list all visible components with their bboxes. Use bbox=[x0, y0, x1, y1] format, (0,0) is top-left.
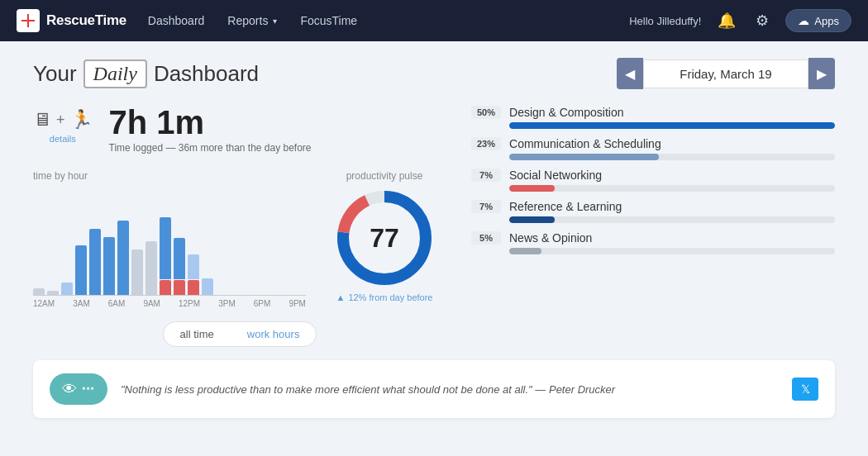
all-time-button[interactable]: all time bbox=[164, 322, 231, 346]
bar-3am bbox=[47, 291, 59, 295]
nav-dashboard[interactable]: Dashboard bbox=[146, 11, 207, 31]
bar-6pm bbox=[202, 278, 213, 295]
bar-5pm bbox=[188, 254, 199, 295]
bar-track-0 bbox=[509, 122, 835, 129]
bar-fill-0 bbox=[509, 122, 835, 129]
runner-icon: 🏃 bbox=[70, 109, 93, 131]
quote-bar: 👁 ••• "Nothing is less productive than t… bbox=[33, 360, 835, 418]
category-header-3: 7% Reference & Learning bbox=[471, 200, 835, 213]
bell-button[interactable]: 🔔 bbox=[714, 8, 739, 33]
device-area: 🖥 + 🏃 details bbox=[33, 106, 93, 144]
category-name-4: News & Opinion bbox=[509, 231, 592, 245]
x-axis: 12AM 3AM 6AM 9AM 12PM 3PM 6PM 9PM bbox=[33, 299, 306, 308]
x-12pm: 12PM bbox=[179, 299, 200, 308]
pct-badge-0: 50% bbox=[471, 106, 501, 119]
x-9pm: 9PM bbox=[289, 299, 306, 308]
plus-icon: + bbox=[56, 112, 65, 129]
donut-chart: 77 bbox=[335, 188, 434, 287]
logo-text: RescueTime bbox=[46, 12, 126, 29]
x-3am: 3AM bbox=[73, 299, 90, 308]
page-title-area: Your Daily Dashboard bbox=[33, 59, 259, 88]
time-info: 7h 1m Time logged — 36m more than the da… bbox=[109, 106, 312, 154]
category-row-3: 7% Reference & Learning bbox=[471, 200, 835, 223]
category-name-1: Communication & Scheduling bbox=[509, 137, 661, 150]
bar-6am bbox=[61, 283, 73, 295]
time-by-hour-label: time by hour bbox=[33, 170, 306, 182]
category-name-2: Social Networking bbox=[509, 169, 602, 182]
pulse-score: 77 bbox=[370, 223, 399, 254]
x-9am: 9AM bbox=[143, 299, 160, 308]
bar-fill-1 bbox=[509, 154, 659, 160]
pct-badge-4: 5% bbox=[471, 231, 501, 245]
bar-track-1 bbox=[509, 154, 835, 160]
category-header-1: 23% Communication & Scheduling bbox=[471, 137, 835, 150]
navbar: RescueTime Dashboard Reports ▾ FocusTime… bbox=[0, 0, 868, 41]
trend-arrow: ▲ bbox=[336, 292, 345, 302]
category-name-0: Design & Composition bbox=[509, 106, 624, 119]
time-big: 7h 1m bbox=[109, 106, 312, 139]
details-link[interactable]: details bbox=[33, 134, 93, 144]
pct-badge-2: 7% bbox=[471, 169, 501, 182]
dots-icon: ••• bbox=[82, 383, 95, 395]
category-row-1: 23% Communication & Scheduling bbox=[471, 137, 835, 160]
productivity-pulse: productivity pulse 77 ▲ bbox=[322, 170, 446, 308]
trend-text: 12% from day before bbox=[348, 292, 432, 302]
category-header-2: 7% Social Networking bbox=[471, 169, 835, 182]
main-content: Your Daily Dashboard ◀ Friday, March 19 … bbox=[0, 41, 868, 435]
reports-caret: ▾ bbox=[273, 17, 277, 26]
bar-track-4 bbox=[509, 248, 835, 254]
bar-2pm bbox=[145, 241, 157, 295]
chart-section: time by hour bbox=[33, 170, 446, 308]
bar-track-3 bbox=[509, 216, 835, 223]
prev-date-button[interactable]: ◀ bbox=[617, 58, 643, 89]
bar-chart bbox=[33, 188, 306, 296]
pulse-trend: ▲ 12% from day before bbox=[322, 292, 446, 302]
wrench-icon: ⚙ bbox=[756, 12, 769, 29]
pct-badge-1: 23% bbox=[471, 137, 501, 150]
bar-9am bbox=[75, 245, 87, 295]
right-panel: 50% Design & Composition 23% Communicati… bbox=[471, 106, 835, 347]
category-header-4: 5% News & Opinion bbox=[471, 231, 835, 245]
date-nav: ◀ Friday, March 19 ▶ bbox=[617, 58, 835, 89]
eye-icon: 👁 bbox=[62, 381, 77, 398]
bar-fill-2 bbox=[509, 185, 555, 192]
x-6am: 6AM bbox=[108, 299, 126, 308]
title-daily: Daily bbox=[83, 59, 147, 88]
pulse-label: productivity pulse bbox=[322, 170, 446, 182]
bar-10am bbox=[89, 229, 101, 295]
monitor-icon: 🖥 bbox=[33, 109, 51, 131]
bell-icon: 🔔 bbox=[718, 12, 736, 29]
toggle-group: all time work hours bbox=[163, 321, 317, 347]
bar-12am bbox=[33, 288, 45, 295]
left-panel: 🖥 + 🏃 details 7h 1m Time logged — 36m mo… bbox=[33, 106, 446, 347]
twitter-button[interactable]: 𝕏 bbox=[792, 378, 818, 401]
logo-icon bbox=[17, 9, 40, 32]
apps-button[interactable]: ☁ Apps bbox=[785, 9, 851, 32]
svg-rect-1 bbox=[21, 20, 35, 21]
device-icons: 🖥 + 🏃 bbox=[33, 106, 93, 131]
x-12am: 12AM bbox=[33, 299, 55, 308]
bar-4pm bbox=[174, 238, 185, 295]
bar-3pm bbox=[160, 217, 171, 295]
category-row-2: 7% Social Networking bbox=[471, 169, 835, 192]
time-summary: 🖥 + 🏃 details 7h 1m Time logged — 36m mo… bbox=[33, 106, 446, 154]
eye-button[interactable]: 👁 ••• bbox=[50, 373, 107, 405]
nav-right: Hello Jilleduffy! 🔔 ⚙ ☁ Apps bbox=[629, 8, 851, 33]
time-by-hour: time by hour bbox=[33, 170, 306, 308]
title-prefix: Your bbox=[33, 61, 77, 87]
hello-text: Hello Jilleduffy! bbox=[629, 15, 701, 27]
next-date-button[interactable]: ▶ bbox=[808, 58, 835, 89]
category-header-0: 50% Design & Composition bbox=[471, 106, 835, 119]
settings-button[interactable]: ⚙ bbox=[752, 8, 772, 33]
logo[interactable]: RescueTime bbox=[17, 9, 126, 32]
nav-focustime[interactable]: FocusTime bbox=[298, 11, 359, 31]
category-name-3: Reference & Learning bbox=[509, 200, 622, 213]
category-row-0: 50% Design & Composition bbox=[471, 106, 835, 129]
bar-12pm bbox=[117, 221, 129, 295]
dashboard-body: 🖥 + 🏃 details 7h 1m Time logged — 36m mo… bbox=[33, 106, 835, 347]
date-display: Friday, March 19 bbox=[643, 59, 808, 88]
work-hours-button[interactable]: work hours bbox=[231, 322, 317, 346]
toggle-area: all time work hours bbox=[33, 321, 446, 347]
nav-reports[interactable]: Reports ▾ bbox=[226, 11, 279, 31]
category-row-4: 5% News & Opinion bbox=[471, 231, 835, 254]
